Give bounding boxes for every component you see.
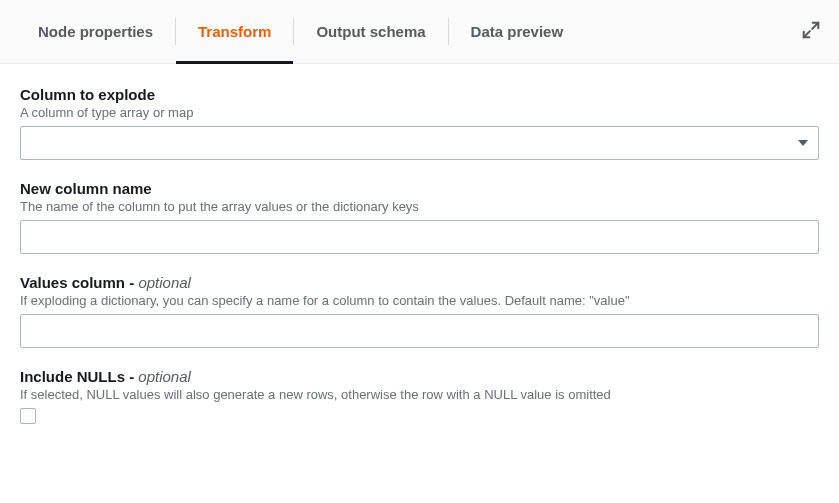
- label-optional: optional: [138, 274, 191, 291]
- tab-node-properties[interactable]: Node properties: [16, 0, 175, 63]
- field-hint: The name of the column to put the array …: [20, 199, 819, 214]
- form-content: Column to explode A column of type array…: [0, 64, 839, 449]
- tab-transform[interactable]: Transform: [176, 0, 293, 63]
- tab-data-preview[interactable]: Data preview: [449, 0, 586, 63]
- field-column-to-explode: Column to explode A column of type array…: [20, 86, 819, 160]
- label-optional: optional: [138, 368, 191, 385]
- label-text: Values column -: [20, 274, 138, 291]
- expand-icon: [802, 21, 820, 42]
- field-label: Values column - optional: [20, 274, 819, 291]
- field-values-column: Values column - optional If exploding a …: [20, 274, 819, 348]
- field-new-column-name: New column name The name of the column t…: [20, 180, 819, 254]
- tab-label: Output schema: [316, 23, 425, 40]
- column-to-explode-select-wrap: [20, 126, 819, 160]
- expand-button[interactable]: [799, 20, 823, 44]
- field-include-nulls: Include NULLs - optional If selected, NU…: [20, 368, 819, 427]
- tab-header: Node properties Transform Output schema …: [0, 0, 839, 64]
- field-hint: If selected, NULL values will also gener…: [20, 387, 819, 402]
- field-hint: If exploding a dictionary, you can speci…: [20, 293, 819, 308]
- label-text: Include NULLs -: [20, 368, 138, 385]
- tab-label: Transform: [198, 23, 271, 40]
- tab-output-schema[interactable]: Output schema: [294, 0, 447, 63]
- field-label: Include NULLs - optional: [20, 368, 819, 385]
- values-column-input[interactable]: [20, 314, 819, 348]
- column-to-explode-select[interactable]: [20, 126, 819, 160]
- field-hint: A column of type array or map: [20, 105, 819, 120]
- field-label: Column to explode: [20, 86, 819, 103]
- include-nulls-checkbox[interactable]: [20, 408, 36, 424]
- tab-list: Node properties Transform Output schema …: [16, 0, 585, 63]
- field-label: New column name: [20, 180, 819, 197]
- new-column-name-input[interactable]: [20, 220, 819, 254]
- tab-label: Data preview: [471, 23, 564, 40]
- tab-label: Node properties: [38, 23, 153, 40]
